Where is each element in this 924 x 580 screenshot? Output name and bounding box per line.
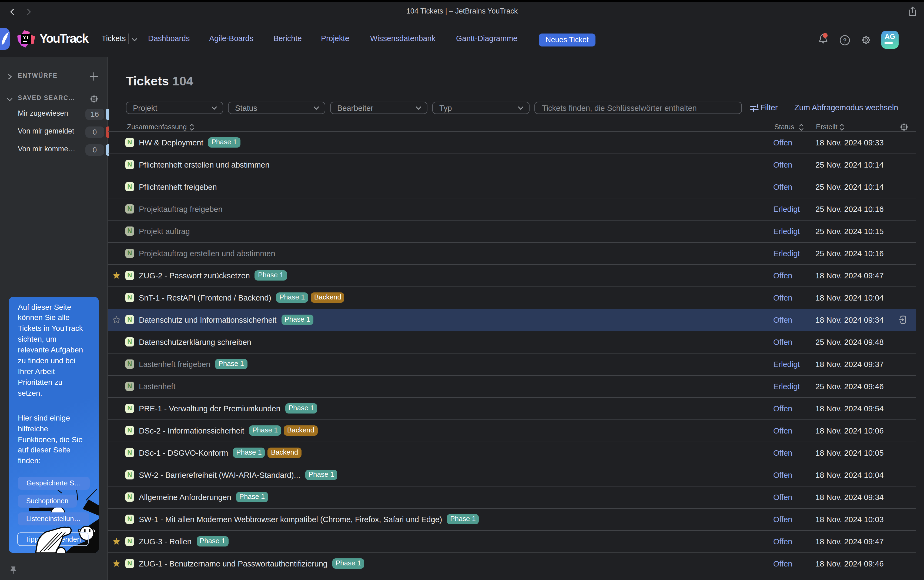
svg-text:?: ?	[843, 37, 847, 43]
svg-text:YT: YT	[23, 35, 29, 40]
